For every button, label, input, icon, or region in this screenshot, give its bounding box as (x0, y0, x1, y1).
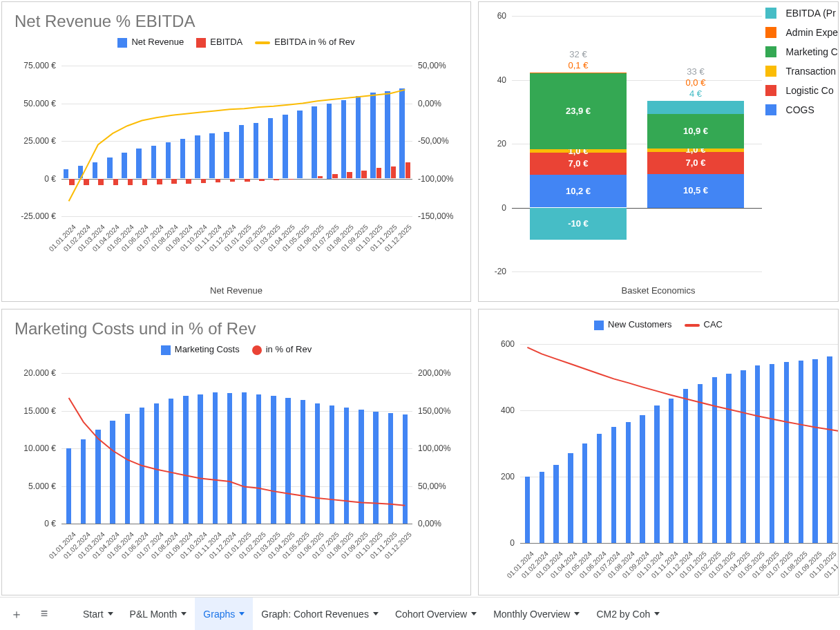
chart-basket-economics: 10,2 €7,0 €1,0 €23,9 €-10 €0,1 €32 €10,5… (478, 1, 839, 302)
plot-area: 10,2 €7,0 €1,0 €23,9 €-10 €0,1 €32 €10,5… (512, 16, 762, 271)
chart-legend: EBITDA (Pr Admin Expe Marketing C Transa… (765, 8, 838, 115)
chart-legend: New Customers CAC (479, 309, 838, 333)
plot-area (61, 66, 412, 216)
plot-area (520, 344, 839, 543)
chart-new-customers: New Customers CAC 01.01.202401.02.202401… (478, 309, 839, 595)
chart-marketing-costs: Marketing Costs und in % of Rev Marketin… (1, 309, 471, 595)
x-axis: 01.01.202401.02.202401.03.202401.04.2024… (61, 528, 412, 560)
chart-revenue-ebitda: Net Revenue % EBITDA Net Revenue EBITDA … (1, 1, 471, 302)
chart-legend: Net Revenue EBITDA EBITDA in % of Rev (2, 31, 470, 50)
x-axis: 01.01.202401.02.202401.03.202401.04.2024… (520, 547, 839, 579)
chart-title: Net Revenue % EBITDA (2, 2, 470, 31)
x-axis-label: Basket Economics (479, 285, 838, 296)
chart-legend: Marketing Costs in % of Rev (2, 338, 470, 358)
x-axis-label: Net Revenue (2, 285, 470, 296)
x-axis: 01.01.202401.02.202401.03.202401.04.2024… (61, 220, 412, 252)
chart-title: Marketing Costs und in % of Rev (2, 309, 470, 338)
plot-area (61, 373, 412, 524)
